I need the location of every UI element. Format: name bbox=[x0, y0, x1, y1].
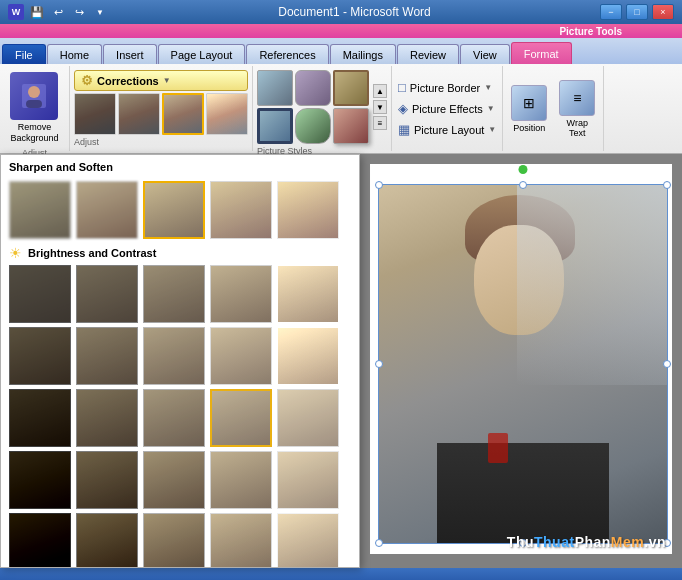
title-bar: W 💾 ↩ ↪ ▼ Document1 - Microsoft Word − □… bbox=[0, 0, 682, 24]
bc-thumb-23[interactable] bbox=[143, 513, 205, 568]
tab-view[interactable]: View bbox=[460, 44, 510, 64]
bc-thumb-21[interactable] bbox=[9, 513, 71, 568]
sharpen-soften-grid bbox=[1, 177, 359, 243]
bc-thumb-19[interactable] bbox=[210, 451, 272, 509]
bc-thumb-4[interactable] bbox=[210, 265, 272, 323]
bc-thumb-25[interactable] bbox=[277, 513, 339, 568]
bc-grid-row-4 bbox=[1, 449, 359, 511]
position-button[interactable]: ⊞ Position bbox=[507, 83, 551, 135]
close-btn[interactable]: × bbox=[652, 4, 674, 20]
handle-top-left[interactable] bbox=[375, 181, 383, 189]
styles-scroll-up[interactable]: ▲ bbox=[373, 84, 387, 98]
corrections-group: ⚙ Corrections ▼ Adjust bbox=[70, 66, 253, 151]
picture-styles-group: ▲ ▼ ≡ Picture Styles bbox=[253, 66, 392, 151]
styles-scroll-down[interactable]: ▼ bbox=[373, 100, 387, 114]
picture-layout-btn[interactable]: ▦ Picture Layout ▼ bbox=[398, 122, 496, 137]
corrections-button[interactable]: ⚙ Corrections ▼ bbox=[74, 70, 248, 91]
redo-quick-btn[interactable]: ↪ bbox=[70, 3, 88, 21]
thumb-2[interactable] bbox=[118, 93, 160, 135]
customize-quick-btn[interactable]: ▼ bbox=[91, 3, 109, 21]
style-thumb-5[interactable] bbox=[295, 108, 331, 144]
bc-thumb-10[interactable] bbox=[277, 327, 339, 385]
thumb-img-2 bbox=[119, 94, 159, 134]
handle-bottom-right[interactable] bbox=[663, 539, 671, 547]
bc-thumb-5[interactable] bbox=[277, 265, 339, 323]
picture-image bbox=[379, 185, 667, 543]
ss-thumb-2[interactable] bbox=[76, 181, 138, 239]
ss-thumb-4[interactable] bbox=[210, 181, 272, 239]
style-thumb-1[interactable] bbox=[257, 70, 293, 106]
corrections-group-label: Adjust bbox=[74, 135, 99, 147]
tab-format[interactable]: Format bbox=[511, 42, 572, 64]
style-thumb-2[interactable] bbox=[295, 70, 331, 106]
picture-border-arrow: ▼ bbox=[484, 83, 492, 92]
undo-quick-btn[interactable]: ↩ bbox=[49, 3, 67, 21]
light-element bbox=[517, 185, 667, 385]
handle-left-center[interactable] bbox=[375, 360, 383, 368]
style-thumb-4[interactable] bbox=[257, 108, 293, 144]
bc-thumb-14[interactable] bbox=[210, 389, 272, 447]
bc-thumb-13[interactable] bbox=[143, 389, 205, 447]
remove-bg-svg bbox=[20, 82, 48, 110]
save-quick-btn[interactable]: 💾 bbox=[28, 3, 46, 21]
bc-thumb-15[interactable] bbox=[277, 389, 339, 447]
bc-thumb-22[interactable] bbox=[76, 513, 138, 568]
bc-thumb-3[interactable] bbox=[143, 265, 205, 323]
tab-page-layout[interactable]: Page Layout bbox=[158, 44, 246, 64]
bc-thumb-7[interactable] bbox=[76, 327, 138, 385]
handle-bottom-left[interactable] bbox=[375, 539, 383, 547]
picture-tools-bar: Picture Tools bbox=[0, 24, 682, 38]
bc-thumb-8[interactable] bbox=[143, 327, 205, 385]
ss-thumb-1[interactable] bbox=[9, 181, 71, 239]
style-thumb-3[interactable] bbox=[333, 70, 369, 106]
bc-thumb-2[interactable] bbox=[76, 265, 138, 323]
bc-thumb-11[interactable] bbox=[9, 389, 71, 447]
bc-thumb-6[interactable] bbox=[9, 327, 71, 385]
bc-thumb-12[interactable] bbox=[76, 389, 138, 447]
tab-references[interactable]: References bbox=[246, 44, 328, 64]
thumb-img-4 bbox=[207, 94, 247, 134]
position-label: Position bbox=[513, 123, 545, 133]
handle-top-center[interactable] bbox=[519, 181, 527, 189]
style-thumb-6[interactable] bbox=[333, 108, 369, 144]
picture-effects-btn[interactable]: ◈ Picture Effects ▼ bbox=[398, 101, 495, 116]
blood-detail bbox=[488, 433, 508, 463]
wrap-text-label: Wrap Text bbox=[567, 118, 588, 138]
thumb-3[interactable] bbox=[162, 93, 204, 135]
remove-background-button[interactable]: RemoveBackground bbox=[6, 70, 62, 146]
bc-thumb-9[interactable] bbox=[210, 327, 272, 385]
handle-top-right[interactable] bbox=[663, 181, 671, 189]
bc-grid-row-1 bbox=[1, 263, 359, 325]
maximize-btn[interactable]: □ bbox=[626, 4, 648, 20]
main-content: Sharpen and Soften ☀ Brightness and Cont… bbox=[0, 154, 682, 568]
window-title: Document1 - Microsoft Word bbox=[278, 5, 431, 19]
picture-container[interactable] bbox=[378, 184, 668, 544]
picture-tools-label: Picture Tools bbox=[559, 26, 622, 37]
bc-thumb-16[interactable] bbox=[9, 451, 71, 509]
handle-right-center[interactable] bbox=[663, 360, 671, 368]
minimize-btn[interactable]: − bbox=[600, 4, 622, 20]
picture-border-btn[interactable]: □ Picture Border ▼ bbox=[398, 80, 492, 95]
tab-file[interactable]: File bbox=[2, 44, 46, 64]
picture-layout-label: Picture Layout bbox=[414, 124, 484, 136]
tab-insert[interactable]: Insert bbox=[103, 44, 157, 64]
styles-expand[interactable]: ≡ bbox=[373, 116, 387, 130]
tab-mailings[interactable]: Mailings bbox=[330, 44, 396, 64]
thumb-1[interactable] bbox=[74, 93, 116, 135]
wrap-text-button[interactable]: ≡ Wrap Text bbox=[555, 78, 599, 140]
bc-thumb-24[interactable] bbox=[210, 513, 272, 568]
ss-thumb-5[interactable] bbox=[277, 181, 339, 239]
bc-thumb-18[interactable] bbox=[143, 451, 205, 509]
ss-thumb-3[interactable] bbox=[143, 181, 205, 239]
handle-bottom-center[interactable] bbox=[519, 539, 527, 547]
rotate-handle[interactable] bbox=[519, 165, 528, 174]
document-page bbox=[370, 164, 672, 554]
bc-thumb-1[interactable] bbox=[9, 265, 71, 323]
thumb-4[interactable] bbox=[206, 93, 248, 135]
tab-review[interactable]: Review bbox=[397, 44, 459, 64]
picture-options-group: □ Picture Border ▼ ◈ Picture Effects ▼ ▦… bbox=[392, 66, 503, 151]
bc-thumb-20[interactable] bbox=[277, 451, 339, 509]
bc-thumb-17[interactable] bbox=[76, 451, 138, 509]
tab-home[interactable]: Home bbox=[47, 44, 102, 64]
picture-layout-arrow: ▼ bbox=[488, 125, 496, 134]
